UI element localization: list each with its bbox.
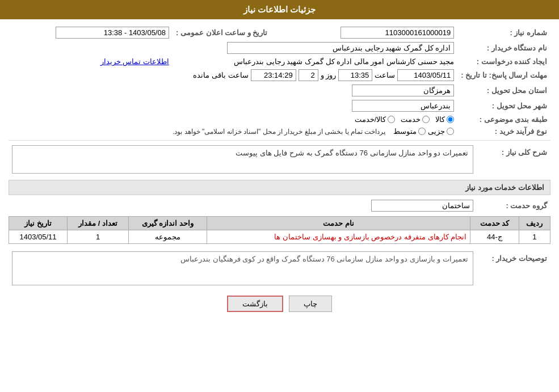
tarikh-elan-value: 1403/05/08 - 13:38 [56, 27, 169, 39]
back-button[interactable]: بازگشت [227, 296, 283, 312]
table-row: 1ج-44انجام کارهای متفرقه درخصوص بازسازی … [9, 230, 550, 244]
sharh-value: تعمیرات دو واحد منازل سازمانی 76 دستگاه … [12, 145, 473, 174]
col-tedad: تعداد / مقدار [68, 217, 129, 230]
goroh-khedmat-table: گروه حدمت : ساختمان [9, 198, 550, 213]
radio-motavaset: متوسط [393, 127, 426, 136]
radio-kala-input[interactable] [447, 116, 454, 123]
label-sharh: شرح کلی نیاز : [477, 144, 550, 175]
col-kod: کد حدمت [470, 217, 519, 230]
ijad-konande-value: مجید حسنی کارشناس امور مالی اداره کل گمر… [234, 57, 454, 66]
radio-kala-khedmat-input[interactable] [388, 116, 395, 123]
shahr-value: بندرعباس [352, 100, 454, 112]
tabaqe-radio-group: کالا خدمت کالا/خدمت [12, 115, 454, 124]
main-content: شماره نیاز : 1103000161000019 تاریخ و سا… [0, 19, 559, 326]
label-rooz: روز و [321, 71, 337, 79]
label-ostan: استان محل تحویل : [457, 83, 550, 98]
label-tousiyat: توصیحات خریدار : [477, 250, 550, 287]
sharh-table: شرح کلی نیاز : تعمیرات دو واحد منازل ساز… [9, 144, 550, 175]
mohlat-remaining: 23:14:29 [251, 69, 296, 81]
col-nam: نام حدمت [207, 217, 470, 230]
label-ijad-konande: ایجاد کننده درخواست : [457, 56, 550, 68]
radio-kala-label: کالا [435, 115, 445, 124]
radio-jozyi: جزیی [428, 127, 454, 136]
buttons-row: چاپ بازگشت [9, 296, 550, 312]
khadamat-section-title: اطلاعات خدمات مورد نیاز [9, 180, 550, 195]
goroh-khedmat-value: ساختمان [371, 200, 473, 212]
label-remaining: ساعت باقی مانده [193, 71, 248, 79]
tousiyat-value: تعمیرات و بازسازی دو واحد منازل سازمانی … [12, 251, 473, 285]
label-tarikh-elan: تاریخ و ساعت اعلان عمومی : [173, 25, 271, 40]
tousiyat-table: توصیحات خریدار : تعمیرات و بازسازی دو وا… [9, 250, 550, 287]
label-mohlat: مهلت ارسال پاسخ: تا تاریخ : [457, 68, 550, 83]
label-tabaqe: طبقه بندی موضوعی : [457, 113, 550, 125]
farayand-note: پرداخت تمام یا بخشی از مبلغ خریدار از مح… [173, 128, 385, 136]
radio-khedmat-label: خدمت [401, 115, 421, 124]
label-shahr: شهر محل تحویل : [457, 98, 550, 113]
radio-kala-khedmat-label: کالا/خدمت [355, 115, 386, 124]
radio-motavaset-input[interactable] [418, 128, 426, 135]
label-shomara-niaz: شماره نیاز : [457, 25, 550, 40]
top-info-table: شماره نیاز : 1103000161000019 تاریخ و سا… [9, 25, 550, 137]
col-tarikh: تاریخ نیاز [9, 217, 68, 230]
col-radif: ردیف [519, 217, 550, 230]
radio-khedmat: خدمت [401, 115, 430, 124]
page-wrapper: جزئیات اطلاعات نیاز شماره نیاز : 1103000… [0, 0, 559, 392]
radio-jozyi-input[interactable] [447, 128, 454, 135]
col-vahed: واحد اندازه گیری [129, 217, 207, 230]
farayand-row: جزیی متوسط پرداخت تمام یا بخشی از مبلغ خ… [12, 127, 454, 136]
print-button[interactable]: چاپ [289, 296, 332, 312]
divider-1 [9, 140, 550, 141]
ostan-value: هرمزگان [352, 85, 454, 96]
shomara-niaz-value: 1103000161000019 [341, 27, 454, 39]
radio-motavaset-label: متوسط [393, 127, 417, 136]
mohlat-days: 2 [299, 69, 318, 81]
page-title: جزئیات اطلاعات نیاز [243, 5, 316, 14]
label-goroh-khedmat: گروه حدمت : [477, 198, 550, 213]
radio-kala: کالا [435, 115, 454, 124]
nam-dastgah-value: اداره کل گمرک شهید رجایی بندرعباس [227, 42, 454, 54]
mohlat-time: 13:35 [338, 69, 372, 81]
label-nam-dastgah: نام دستگاه خریدار : [457, 40, 550, 56]
mohlat-row: 1403/05/11 ساعت 13:35 روز و 2 23:14:29 س… [12, 69, 454, 81]
label-saat: ساعت [375, 71, 395, 79]
label-nooe-farayand: نوع فرآیند خرید : [457, 125, 550, 137]
services-table: ردیف کد حدمت نام حدمت واحد اندازه گیری ت… [9, 216, 550, 244]
radio-jozyi-label: جزیی [428, 127, 445, 136]
radio-kala-khedmat: کالا/خدمت [355, 115, 396, 124]
radio-khedmat-input[interactable] [422, 116, 430, 123]
contact-info-link[interactable]: اطلاعات تماس خریدار [100, 57, 169, 66]
page-header: جزئیات اطلاعات نیاز [0, 0, 559, 19]
mohlat-date: 1403/05/11 [397, 69, 454, 81]
